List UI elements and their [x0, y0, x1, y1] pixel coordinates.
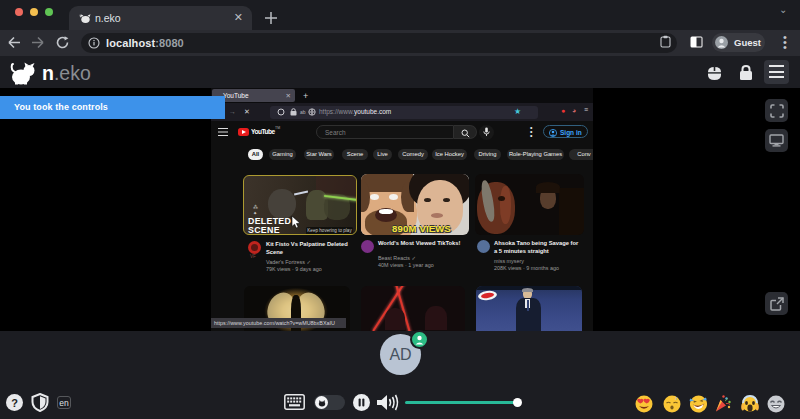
svg-text:?: ?	[11, 397, 18, 409]
